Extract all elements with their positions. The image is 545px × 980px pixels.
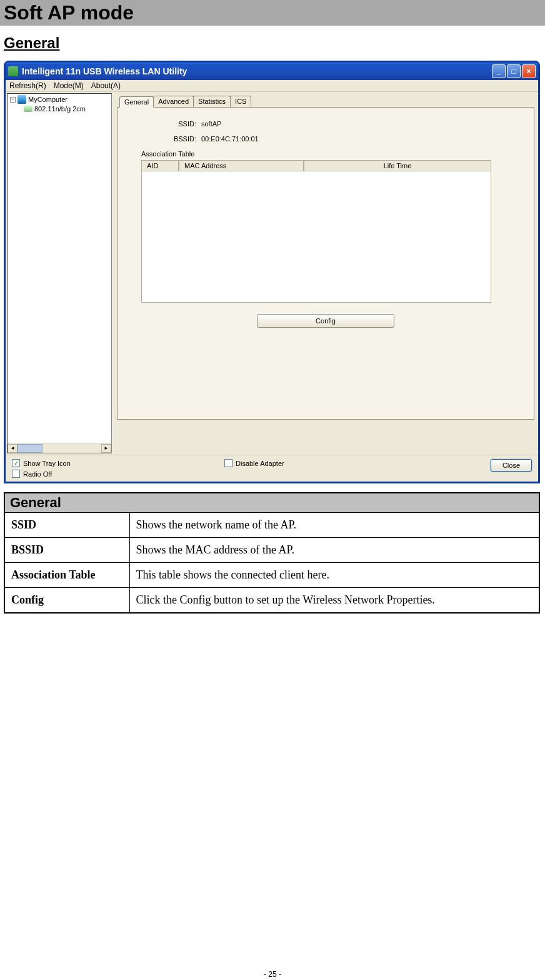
tree-expander-icon[interactable]: − [10, 97, 16, 103]
association-table: AID MAC Address Life Time [141, 160, 491, 303]
ssid-value: softAP [201, 120, 221, 128]
bssid-label: BSSID: [126, 135, 201, 143]
table-row: Association Table This table shows the c… [4, 563, 539, 588]
tree-child-label: 802.11n/b/g 2cm [34, 105, 86, 113]
tab-strip: General Advanced Statistics ICS [119, 96, 534, 107]
column-life-time[interactable]: Life Time [304, 160, 491, 171]
radio-off-label: Radio Off [23, 470, 52, 478]
app-window: Intelligent 11n USB Wireless LAN Utility… [4, 61, 540, 483]
association-table-label: Association Table [141, 150, 525, 158]
window-footer: ✓ Show Tray Icon Radio Off Disable Adapt… [6, 455, 538, 482]
table-row: SSID Shows the network name of the AP. [4, 513, 539, 538]
tab-statistics[interactable]: Statistics [193, 96, 231, 107]
association-table-header: AID MAC Address Life Time [141, 160, 491, 171]
close-window-button[interactable]: × [522, 64, 536, 78]
table-row: Config Click the Config button to set up… [4, 588, 539, 614]
computer-icon [18, 95, 26, 104]
radio-off-checkbox[interactable] [12, 470, 20, 478]
maximize-button[interactable]: □ [507, 64, 521, 78]
show-tray-icon-checkbox[interactable]: ✓ [12, 459, 20, 467]
desc-config: Click the Config button to set up the Wi… [129, 588, 539, 614]
scroll-right-icon[interactable]: ► [101, 444, 111, 453]
menu-about[interactable]: About(A) [91, 81, 121, 90]
menu-refresh[interactable]: Refresh(R) [9, 81, 46, 90]
column-mac-address[interactable]: MAC Address [179, 160, 304, 171]
content-panel: General Advanced Statistics ICS SSID: so… [113, 92, 538, 455]
window-controls: _ □ × [492, 64, 536, 78]
desc-bssid: Shows the MAC address of the AP. [129, 538, 539, 563]
column-aid[interactable]: AID [141, 160, 179, 171]
section-heading-general: General [4, 34, 545, 52]
association-table-body[interactable] [141, 171, 491, 303]
desc-ssid: Shows the network name of the AP. [129, 513, 539, 538]
config-button[interactable]: Config [257, 314, 394, 328]
tab-ics[interactable]: ICS [230, 96, 251, 107]
config-button-row: Config [126, 314, 525, 328]
ssid-row: SSID: softAP [126, 120, 525, 128]
disable-adapter-label: Disable Adapter [236, 460, 284, 467]
scroll-left-icon[interactable]: ◄ [8, 444, 18, 453]
scroll-thumb[interactable] [18, 444, 42, 453]
tree-scrollbar[interactable]: ◄ ► [8, 443, 111, 453]
disable-adapter-row[interactable]: Disable Adapter [224, 459, 284, 467]
page-number: - 25 - [0, 970, 545, 979]
bssid-row: BSSID: 00:E0:4C:71:00:01 [126, 135, 525, 143]
page-title-bar: Soft AP mode [0, 0, 545, 26]
checkbox-column-left: ✓ Show Tray Icon Radio Off [12, 459, 224, 478]
ssid-label: SSID: [126, 120, 201, 128]
reference-table: General SSID Shows the network name of t… [4, 492, 540, 614]
show-tray-icon-label: Show Tray Icon [23, 460, 71, 467]
term-bssid: BSSID [4, 538, 129, 563]
checkbox-column-middle: Disable Adapter [224, 459, 284, 467]
tree-root-label: MyComputer [28, 96, 68, 103]
app-icon [8, 66, 18, 76]
tree-child-node[interactable]: 802.11n/b/g 2cm [8, 105, 111, 113]
tab-general[interactable]: General [119, 96, 154, 108]
tab-panel-general: SSID: softAP BSSID: 00:E0:4C:71:00:01 As… [117, 107, 534, 420]
show-tray-icon-row[interactable]: ✓ Show Tray Icon [12, 459, 224, 467]
tab-advanced[interactable]: Advanced [153, 96, 194, 107]
desc-association-table: This table shows the connected client he… [129, 563, 539, 588]
window-body: − MyComputer 802.11n/b/g 2cm ◄ ► General… [6, 92, 538, 455]
reference-table-title: General [4, 493, 539, 513]
window-title: Intelligent 11n USB Wireless LAN Utility [22, 66, 492, 76]
close-button[interactable]: Close [491, 459, 532, 472]
radio-off-row[interactable]: Radio Off [12, 470, 224, 478]
term-association-table: Association Table [4, 563, 129, 588]
disable-adapter-checkbox[interactable] [224, 459, 232, 467]
device-tree[interactable]: − MyComputer 802.11n/b/g 2cm ◄ ► [7, 93, 112, 453]
page-title: Soft AP mode [4, 1, 541, 24]
adapter-icon [24, 106, 32, 112]
minimize-button[interactable]: _ [492, 64, 506, 78]
window-titlebar: Intelligent 11n USB Wireless LAN Utility… [6, 63, 538, 80]
menu-bar: Refresh(R) Mode(M) About(A) [6, 80, 538, 92]
term-ssid: SSID [4, 513, 129, 538]
menu-mode[interactable]: Mode(M) [54, 81, 84, 90]
bssid-value: 00:E0:4C:71:00:01 [201, 135, 259, 143]
term-config: Config [4, 588, 129, 614]
table-row: BSSID Shows the MAC address of the AP. [4, 538, 539, 563]
tree-root-node[interactable]: − MyComputer [8, 94, 111, 105]
